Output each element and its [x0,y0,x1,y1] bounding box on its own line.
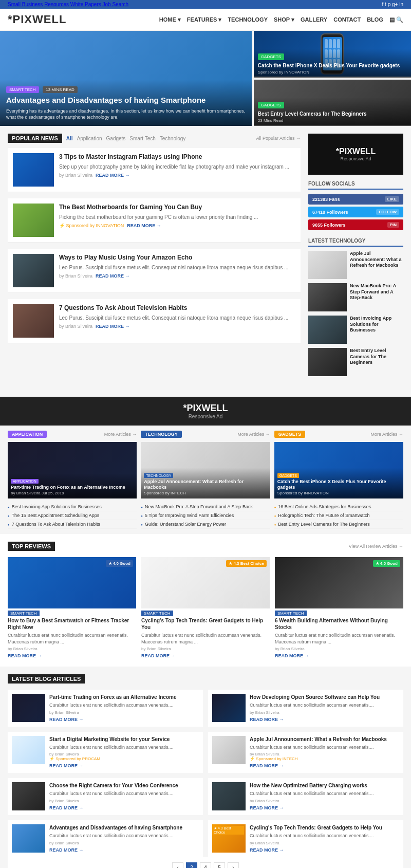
topbar-link-resources[interactable]: Resources [44,2,69,7]
cat-tech-list-item-1[interactable]: New MacBook Pro: A Step Forward and A St… [141,503,270,511]
cat-gadgets-meta: Sponsored by INNOVATION [277,491,400,495]
cat-tech-main[interactable]: TECHNOLOGY Apple Jul Announcement: What … [141,442,270,498]
blog-7-body: Advantages and Disadvantages of having S… [49,824,199,853]
blog-1-title[interactable]: Part-time Trading on Forex as an Alterna… [49,694,199,700]
all-articles-link[interactable]: All Popular Articles → [256,136,301,141]
article-4-title[interactable]: 7 Questions To Ask About Television Habi… [59,304,295,312]
page-btn-next[interactable]: › [228,862,239,868]
blog-7-title[interactable]: Advantages and Disadvantages of having S… [49,824,199,831]
blog-section: LATEST BLOG ARTICLES Part-time Trading o… [0,667,411,868]
tech-item-1[interactable]: Apple Jul Announcement: What a Refresh f… [308,251,403,279]
article-3-title[interactable]: Ways to Play Music Using Your Amazon Ech… [59,254,295,262]
blog-3-desc: Curabitur luctus erat nunc sollicitudin … [49,744,199,751]
linkedin-icon[interactable]: in [399,2,403,7]
hero-card-2[interactable]: GADGETS Best Entry Level Cameras for The… [254,80,411,126]
cat-gadgets-more[interactable]: More Articles → [370,432,403,437]
blog-4-title[interactable]: Apple Jul Announcement: What a Refresh f… [250,736,399,743]
tech-item-4[interactable]: Best Entry Level Cameras for The Beginne… [308,348,403,376]
topbar-link-white-papers[interactable]: White Papers [70,2,101,7]
tab-gadgets[interactable]: Gadgets [106,136,126,141]
cat-tech-list-item-3[interactable]: Guide: Understand Solar Energy Power [141,520,270,529]
blog-title: LATEST BLOG ARTICLES [8,674,85,684]
review-1-read-more[interactable]: READ MORE → [8,653,42,658]
tab-technology[interactable]: Technology [160,136,186,141]
nav-features[interactable]: FEATURES ▾ [187,16,222,23]
blog-4-read-more[interactable]: READ MORE → [250,763,284,768]
blog-6-title[interactable]: How the New Optimized Battery Charging w… [250,782,399,789]
article-1-title[interactable]: 3 Tips to Master Instagram Flatlays usin… [59,153,295,161]
blog-card-3: Start a Digital Marketing Website for yo… [8,732,203,773]
page-btn-4[interactable]: 4 [200,862,211,868]
blog-7-read-more[interactable]: READ MORE → [49,847,84,853]
blog-2-read-more[interactable]: READ MORE → [250,717,284,722]
article-2-title[interactable]: The Best Motherboards for Gaming You Can… [59,204,295,212]
topbar-link-job-search[interactable]: Job Search [103,2,129,7]
tab-application[interactable]: Application [77,136,102,141]
cat-app-more[interactable]: More Articles → [104,432,137,437]
cat-app-list-item-2[interactable]: The 15 Best Appointment Scheduling Apps [8,511,137,520]
nav-home[interactable]: HOME ▾ [159,16,181,23]
reviews-link[interactable]: View All Review Articles → [349,544,403,549]
blog-3-read-more[interactable]: READ MORE → [49,763,84,768]
article-3-read-more[interactable]: READ MORE → [96,273,130,279]
search-icon[interactable]: 🔍 [396,16,403,23]
blog-5-read-more[interactable]: READ MORE → [49,805,84,810]
nav-contact[interactable]: CONTACT [333,16,361,23]
cat-app-main[interactable]: APPLICATION Part-time Trading on Forex a… [8,442,137,498]
page-btn-5[interactable]: 5 [214,862,225,868]
tab-smart-tech[interactable]: Smart Tech [129,136,155,141]
facebook-follow-btn[interactable]: 221383 Fans LIKE [308,194,403,205]
blog-6-desc: Curabitur luctus erat nunc sollicitudin … [250,790,399,797]
review-2-read-more[interactable]: READ MORE → [141,653,176,658]
page-btn-2[interactable]: 2 [186,862,197,868]
page-btn-prev[interactable]: ‹ [172,862,183,868]
google-icon[interactable]: g+ [392,2,398,7]
topbar-link-small-business[interactable]: Small Business [8,2,43,7]
review-2-title[interactable]: Cycling's Top Tech Trends: Great Gadgets… [141,617,270,631]
cat-gadgets-list-item-3[interactable]: Best Entry Level Cameras for The Beginne… [274,520,403,529]
pinterest-icon[interactable]: p [388,2,391,7]
cat-gadgets-list-item-1[interactable]: 16 Best Online Ads Strategies for Busine… [274,503,403,511]
review-card-3: ★ 4.5 Good SMART TECH 6 Wealth Building … [275,557,403,659]
article-1-read-more[interactable]: READ MORE → [96,173,130,178]
facebook-icon[interactable]: f [382,2,384,7]
blog-8-title[interactable]: Cycling's Top Tech Trends: Great Gadgets… [250,824,399,831]
blog-card-1: Part-time Trading on Forex as an Alterna… [8,690,203,727]
blog-8-read-more[interactable]: READ MORE → [250,847,284,853]
cat-app-list-item-1[interactable]: Best Invoicing App Solutions for Busines… [8,503,137,511]
nav-shop[interactable]: SHOP ▾ [274,16,294,23]
cat-tech-more[interactable]: More Articles → [237,432,270,437]
cat-gadgets-list-item-2[interactable]: Holographic Tech: The Future of Smartwat… [274,511,403,520]
twitter-follow-btn[interactable]: 67418 Followers FOLLOW [308,207,403,217]
cat-gadgets-main[interactable]: GADGETS Catch the Best iPhone X Deals Pl… [274,442,403,498]
hero-card-1[interactable]: GADGETS Catch the Best iPhone X Deals Pl… [254,31,411,78]
tech-item-3[interactable]: Best Invoicing App Solutions for Busines… [308,316,403,344]
blog-2-title[interactable]: How Developing Open Source Software can … [250,694,399,700]
hero-section: SMART TECH 13 MINS READ Advantages and D… [0,31,411,126]
blog-5-desc: Curabitur luctus erat nunc sollicitudin … [49,790,199,797]
top-reviews-section: TOP REVIEWS View All Review Articles → ★… [0,534,411,667]
nav-blog[interactable]: BLOG [367,16,383,23]
hero-card-1-meta: Sponsored by INNOVATION [258,70,407,75]
hero-main[interactable]: SMART TECH 13 MINS READ Advantages and D… [0,31,252,126]
article-2-read-more[interactable]: READ MORE → [127,223,161,228]
review-3-read-more[interactable]: READ MORE → [275,653,309,658]
cat-tech-list-item-2[interactable]: 5 Tips for Improving Wind Farm Efficienc… [141,511,270,520]
review-1-title[interactable]: How to Buy a Best Smartwatch or Fitness … [8,617,136,631]
blog-5-title[interactable]: Choose the Right Camera for Your Video C… [49,782,199,789]
nav-gallery[interactable]: GALLERY [301,16,327,23]
tech-item-2[interactable]: New MacBook Pro: A Step Forward and A St… [308,283,403,311]
twitter-icon[interactable]: t [385,2,386,7]
tab-all[interactable]: All [66,136,73,141]
review-card-2: ★ 4.3 Best Choice SMART TECH Cycling's T… [141,557,270,659]
pinterest-follow-btn[interactable]: 9655 Followers PIN [308,219,403,230]
blog-1-read-more[interactable]: READ MORE → [49,717,84,722]
hero-card-1-title: Catch the Best iPhone X Deals Plus Your … [258,62,407,69]
article-4-read-more[interactable]: READ MORE → [96,324,130,329]
blog-6-read-more[interactable]: READ MORE → [250,805,284,810]
review-3-title[interactable]: 6 Wealth Building Alternatives Without B… [275,617,403,631]
blog-3-title[interactable]: Start a Digital Marketing Website for yo… [49,736,199,743]
nav-technology[interactable]: TECHNOLOGY [228,16,268,23]
tv-icon[interactable]: ▤ [389,16,395,23]
cat-app-list-item-3[interactable]: 7 Questions To Ask About Television Habi… [8,520,137,529]
